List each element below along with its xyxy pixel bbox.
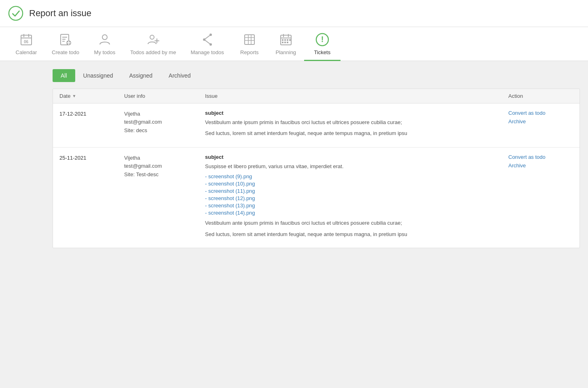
manage-todos-icon	[200, 32, 215, 47]
attachment-link-1[interactable]: - screenshot (9).png	[205, 173, 508, 179]
reports-icon	[242, 32, 257, 47]
tab-manage-todos[interactable]: Manage todos	[183, 27, 231, 61]
tab-reports[interactable]: Reports	[231, 27, 268, 61]
svg-point-19	[203, 38, 205, 41]
calendar-icon: 06	[19, 32, 34, 47]
tab-tickets-label: Tickets	[314, 49, 330, 56]
row-user: Vijetha test@gmail.com Site: decs	[124, 110, 205, 135]
tickets-icon: !	[315, 32, 330, 47]
attachment-link-6[interactable]: - screenshot (14).png	[205, 210, 508, 216]
nav-tabs: 06 Calendar Create todo My	[0, 27, 588, 61]
svg-point-14	[150, 35, 154, 39]
issues-table: Date ▼ User info Issue Action 17-12-2021…	[53, 89, 580, 249]
tab-my-todos-label: My todos	[94, 49, 116, 56]
attachment-link-2[interactable]: - screenshot (10).png	[205, 181, 508, 187]
row-actions: Convert as todo Archive	[508, 110, 573, 124]
issue-text-2: Sed luctus, lorem sit amet interdum feug…	[205, 129, 508, 137]
issue-text-3: Vestibulum ante ipsum primis in faucibus…	[205, 219, 508, 227]
tab-my-todos[interactable]: My todos	[87, 27, 123, 61]
my-todos-icon	[97, 32, 112, 47]
table-row: 25-11-2021 Vijetha test@gmail.com Site: …	[53, 148, 580, 248]
tab-planning[interactable]: Planning	[268, 27, 304, 61]
issue-subject: subject	[205, 110, 508, 116]
row-issue: subject Suspisse et libero pretium, vari…	[205, 154, 508, 242]
user-name: Vijetha	[124, 110, 205, 118]
sort-arrow-icon: ▼	[72, 94, 76, 98]
row-date: 17-12-2021	[59, 110, 124, 117]
col-header-issue: Issue	[205, 93, 508, 99]
svg-text:06: 06	[24, 40, 29, 44]
issue-subject: subject	[205, 154, 508, 160]
svg-point-13	[102, 35, 107, 40]
filter-tab-archived[interactable]: Archived	[161, 69, 199, 82]
svg-rect-36	[287, 42, 288, 43]
page-title: Report an issue	[29, 8, 91, 19]
tab-create-todo[interactable]: Create todo	[44, 27, 87, 61]
attachment-link-3[interactable]: - screenshot (11).png	[205, 188, 508, 194]
tab-reports-label: Reports	[240, 49, 259, 56]
svg-rect-34	[282, 42, 283, 43]
row-date: 25-11-2021	[59, 154, 124, 161]
tab-todos-added-by-me[interactable]: Todos added by me	[123, 27, 183, 61]
tab-create-todo-label: Create todo	[52, 49, 79, 56]
user-site: Site: decs	[124, 127, 205, 135]
user-site: Site: Test-desc	[124, 171, 205, 179]
issue-attachments: - screenshot (9).png - screenshot (10).p…	[205, 173, 508, 216]
tab-todos-added-by-me-label: Todos added by me	[130, 49, 176, 56]
convert-as-todo-link[interactable]: Convert as todo	[508, 154, 573, 160]
svg-rect-22	[245, 35, 254, 44]
header-check-icon	[8, 6, 23, 21]
tab-calendar-label: Calendar	[16, 49, 37, 56]
row-user: Vijetha test@gmail.com Site: Test-desc	[124, 154, 205, 179]
svg-rect-33	[287, 39, 288, 41]
user-name: Vijetha	[124, 154, 205, 162]
issue-text-1: Suspisse et libero pretium, varius urna …	[205, 162, 508, 171]
user-email: test@gmail.com	[124, 162, 205, 171]
tab-tickets[interactable]: ! Tickets	[304, 27, 341, 61]
col-header-action: Action	[508, 93, 573, 99]
svg-point-20	[209, 34, 212, 36]
user-email: test@gmail.com	[124, 118, 205, 127]
filter-tabs: All Unassigned Assigned Archived	[53, 69, 580, 82]
svg-text:!: !	[321, 35, 324, 44]
table-header: Date ▼ User info Issue Action	[53, 89, 580, 103]
table-row: 17-12-2021 Vijetha test@gmail.com Site: …	[53, 103, 580, 148]
svg-rect-32	[284, 39, 286, 41]
filter-tab-assigned[interactable]: Assigned	[121, 69, 161, 82]
col-header-date[interactable]: Date ▼	[59, 93, 124, 99]
svg-rect-35	[284, 42, 286, 43]
filter-tab-all[interactable]: All	[53, 69, 75, 82]
svg-point-21	[209, 43, 212, 46]
todos-added-icon	[146, 32, 161, 47]
attachment-link-4[interactable]: - screenshot (12).png	[205, 195, 508, 201]
tab-calendar[interactable]: 06 Calendar	[8, 27, 44, 61]
col-header-user: User info	[124, 93, 205, 99]
row-issue: subject Vestibulum ante ipsum primis in …	[205, 110, 508, 141]
svg-rect-37	[289, 39, 291, 41]
archive-link[interactable]: Archive	[508, 162, 573, 169]
svg-point-0	[9, 6, 23, 20]
planning-icon	[279, 32, 293, 47]
attachment-link-5[interactable]: - screenshot (13).png	[205, 202, 508, 209]
svg-rect-31	[282, 39, 283, 41]
issue-text-4: Sed luctus, lorem sit amet interdum feug…	[205, 230, 508, 238]
archive-link[interactable]: Archive	[508, 118, 573, 124]
issue-text-1: Vestibulum ante ipsum primis in faucibus…	[205, 118, 508, 127]
create-todo-icon	[58, 32, 73, 47]
convert-as-todo-link[interactable]: Convert as todo	[508, 110, 573, 116]
page-header: Report an issue	[0, 0, 588, 27]
tab-planning-label: Planning	[276, 49, 296, 56]
main-content: All Unassigned Assigned Archived Date ▼ …	[0, 61, 588, 257]
tab-manage-todos-label: Manage todos	[190, 49, 224, 56]
row-actions: Convert as todo Archive	[508, 154, 573, 169]
filter-tab-unassigned[interactable]: Unassigned	[75, 69, 121, 82]
